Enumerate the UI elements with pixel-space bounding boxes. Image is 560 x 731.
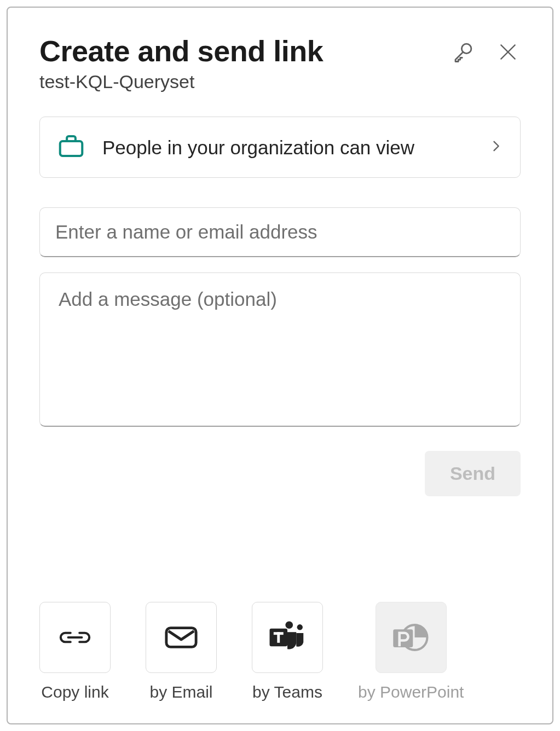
- by-powerpoint-tile: [376, 602, 447, 673]
- dialog-subtitle: test-KQL-Queryset: [39, 71, 521, 92]
- svg-rect-3: [60, 141, 83, 156]
- copy-link-label: Copy link: [41, 683, 108, 701]
- header-actions: [449, 34, 521, 66]
- by-teams-tile: [252, 602, 323, 673]
- by-teams-option[interactable]: by Teams: [252, 602, 323, 701]
- by-email-label: by Email: [149, 683, 212, 701]
- key-icon: [452, 40, 475, 63]
- permissions-key-button[interactable]: [449, 38, 477, 66]
- briefcase-icon: [56, 131, 86, 163]
- share-options-row: Copy link by Email: [39, 585, 521, 701]
- copy-link-tile: [39, 602, 111, 673]
- permission-selector[interactable]: People in your organization can view: [39, 117, 521, 178]
- dialog-title: Create and send link: [39, 34, 449, 68]
- by-powerpoint-label: by PowerPoint: [358, 683, 464, 701]
- share-dialog: Create and send link test-KQL-Queryset: [7, 7, 553, 724]
- teams-icon: [266, 619, 309, 655]
- close-icon: [498, 42, 518, 62]
- svg-rect-10: [277, 632, 280, 643]
- mail-icon: [164, 624, 198, 651]
- chevron-right-icon: [488, 138, 504, 156]
- permission-text: People in your organization can view: [102, 134, 472, 161]
- svg-point-6: [285, 621, 293, 629]
- by-email-tile: [146, 602, 217, 673]
- close-button[interactable]: [495, 39, 521, 65]
- send-button[interactable]: Send: [425, 451, 521, 496]
- by-teams-label: by Teams: [252, 683, 322, 701]
- svg-rect-5: [166, 628, 196, 647]
- recipient-input[interactable]: [39, 207, 521, 257]
- copy-link-option[interactable]: Copy link: [39, 602, 111, 701]
- powerpoint-icon: [391, 620, 431, 654]
- by-powerpoint-option[interactable]: by PowerPoint: [358, 602, 464, 701]
- by-email-option[interactable]: by Email: [146, 602, 217, 701]
- svg-point-7: [297, 624, 303, 630]
- dialog-header: Create and send link: [39, 34, 521, 68]
- message-textarea[interactable]: [39, 272, 521, 427]
- send-row: Send: [39, 451, 521, 496]
- link-icon: [57, 625, 93, 649]
